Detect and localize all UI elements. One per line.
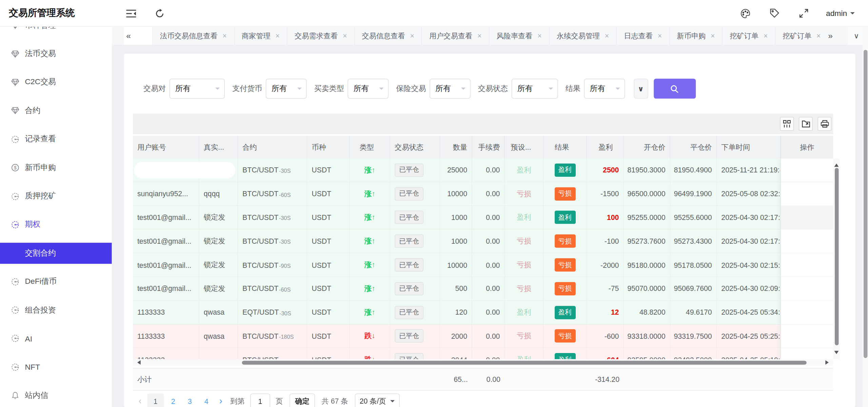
table-row[interactable]: test001@gmail...锁定发BTC/USDT-90SUSDT涨↑已平仓… (133, 253, 781, 277)
table-row[interactable]: test001@gmail...锁定发BTC/USDT-60SUSDT涨↑已平仓… (133, 277, 781, 301)
next-page-icon[interactable]: › (215, 396, 227, 407)
filter-select-5[interactable]: 所有 (511, 79, 558, 99)
sidebar-item-10[interactable]: DeFi借币 (0, 267, 112, 296)
table-horizontal-scrollbar[interactable] (133, 359, 833, 366)
actions-cell[interactable] (781, 182, 833, 206)
goto-confirm-button[interactable]: 确定 (290, 393, 315, 407)
actions-cell[interactable] (781, 253, 833, 277)
column-header-result[interactable]: 结果 (544, 136, 587, 159)
theme-palette-icon[interactable] (740, 0, 751, 26)
column-header-user[interactable]: 用户账号 (133, 136, 199, 159)
sort-icon[interactable] (426, 143, 430, 151)
tab-5[interactable]: 用户交易查看× (422, 26, 490, 45)
sidebar-item-6[interactable]: $新币申购 (0, 153, 112, 182)
sort-icon[interactable] (572, 143, 575, 151)
table-row[interactable]: 1133333qwasaEQT/USDT-30SUSDT涨↑已平仓1200.00… (133, 301, 781, 325)
close-icon[interactable]: × (222, 32, 226, 39)
sort-icon[interactable] (753, 143, 756, 151)
tag-icon[interactable] (769, 0, 779, 26)
table-row[interactable]: 1133333qwasaBTC/USDT-180SUSDT跌↓已平仓20000.… (133, 325, 781, 348)
tab-1[interactable]: 法币交易信息查看× (153, 26, 235, 45)
sidebar-item-7[interactable]: 质押挖矿 (0, 182, 112, 210)
column-header-profit[interactable]: 盈利 (587, 136, 624, 159)
sidebar-item-2[interactable]: 法币交易 (0, 40, 112, 68)
filter-select-3[interactable]: 所有 (347, 79, 388, 99)
column-header-type[interactable]: 类型 (350, 136, 390, 159)
sidebar-item-11[interactable]: 组合投资 (0, 296, 112, 325)
columns-icon[interactable] (780, 117, 794, 131)
actions-cell[interactable] (781, 206, 833, 230)
tab-4[interactable]: 交易信息查看× (355, 26, 422, 45)
tab-3[interactable]: 交易需求查看× (288, 26, 355, 45)
horizontal-scroll-thumb[interactable] (242, 360, 806, 364)
sidebar-item-8[interactable]: 期权 (0, 210, 112, 239)
filter-select-1[interactable]: 所有 (169, 79, 224, 99)
close-icon[interactable]: × (477, 32, 481, 39)
actions-cell[interactable] (781, 301, 833, 325)
column-header-actions[interactable]: 操作 (781, 136, 833, 159)
search-button[interactable] (653, 79, 695, 99)
goto-page-input[interactable] (250, 393, 270, 407)
close-icon[interactable]: × (537, 32, 541, 39)
scroll-up-arrow-icon[interactable] (834, 161, 839, 167)
sidebar-item-3[interactable]: C2C交易 (0, 68, 112, 96)
page-number-4[interactable]: 4 (199, 393, 214, 407)
page-scroll-thumb[interactable] (863, 50, 867, 358)
sidebar-item-12[interactable]: AI (0, 325, 112, 353)
close-icon[interactable]: × (605, 32, 609, 39)
scroll-down-arrow-icon[interactable] (834, 351, 839, 356)
filter-select-2[interactable]: 所有 (265, 79, 307, 99)
scroll-left-arrow-icon[interactable] (135, 360, 140, 365)
prev-page-icon[interactable]: ‹ (134, 396, 146, 407)
actions-cell[interactable] (781, 325, 833, 348)
page-number-1[interactable]: 1 (147, 393, 164, 407)
sidebar-item-5[interactable]: 记录查看 (0, 125, 112, 153)
tabs-scroll-right[interactable]: » (822, 26, 839, 45)
table-row[interactable]: sunqianyu952...qqqqBTC/USDT-60SUSDT涨↑已平仓… (133, 182, 781, 206)
sidebar-item-13[interactable]: NFT (0, 353, 112, 381)
sort-icon[interactable] (260, 143, 263, 151)
filter-collapse-button[interactable]: ∨ (634, 79, 648, 99)
tab-8[interactable]: 日志查看× (617, 26, 670, 45)
table-row[interactable]: test001@gmail...锁定发BTC/USDT-30SUSDT涨↑已平仓… (133, 206, 781, 230)
page-scrollbar[interactable] (863, 26, 868, 407)
user-menu[interactable]: admin (826, 0, 855, 26)
close-icon[interactable]: × (816, 32, 821, 39)
filter-select-4[interactable]: 所有 (429, 79, 470, 99)
vertical-scroll-thumb[interactable] (834, 168, 838, 345)
tab-11[interactable]: 挖矿订单× (775, 26, 820, 45)
sort-icon[interactable] (329, 143, 332, 151)
sort-icon[interactable] (169, 143, 172, 151)
export-icon[interactable] (799, 117, 813, 131)
tabs-scroll-left[interactable]: « (124, 26, 153, 45)
page-number-3[interactable]: 3 (183, 393, 197, 407)
sort-icon[interactable] (534, 143, 537, 151)
tab-9[interactable]: 新币申购× (670, 26, 723, 45)
close-icon[interactable]: × (275, 32, 279, 39)
print-icon[interactable] (817, 117, 831, 131)
actions-cell[interactable] (781, 277, 833, 301)
column-header-coin[interactable]: 币种 (307, 136, 350, 159)
tab-6[interactable]: 风险率查看× (489, 26, 549, 45)
column-header-preset[interactable]: 预设... (505, 136, 544, 159)
actions-cell[interactable] (781, 159, 833, 182)
tab-10[interactable]: 挖矿订单× (723, 26, 775, 45)
column-header-time[interactable]: 下单时间 (717, 136, 781, 159)
sidebar-item-1[interactable]: 币种管理 (0, 26, 112, 39)
close-icon[interactable]: × (343, 32, 347, 39)
sidebar-item-9[interactable]: 交割合约 (0, 243, 112, 264)
sort-icon[interactable] (377, 143, 380, 151)
page-number-2[interactable]: 2 (166, 393, 180, 407)
refresh-icon[interactable] (155, 0, 164, 26)
sidebar-item-4[interactable]: 合约 (0, 96, 112, 125)
table-row[interactable]: 1133333BTC/USDTUSDT跌↓已平仓20440.00盈利盈利6049… (133, 348, 781, 359)
menu-fold-icon[interactable] (126, 0, 136, 26)
scroll-right-arrow-icon[interactable] (825, 360, 831, 365)
close-icon[interactable]: × (764, 32, 768, 39)
fullscreen-icon[interactable] (799, 0, 809, 26)
column-header-status[interactable]: 交易状态 (390, 136, 440, 159)
tab-7[interactable]: 永续交易管理× (550, 26, 617, 45)
table-vertical-scrollbar[interactable] (833, 159, 840, 359)
close-icon[interactable]: × (410, 32, 414, 39)
close-icon[interactable]: × (711, 32, 715, 39)
